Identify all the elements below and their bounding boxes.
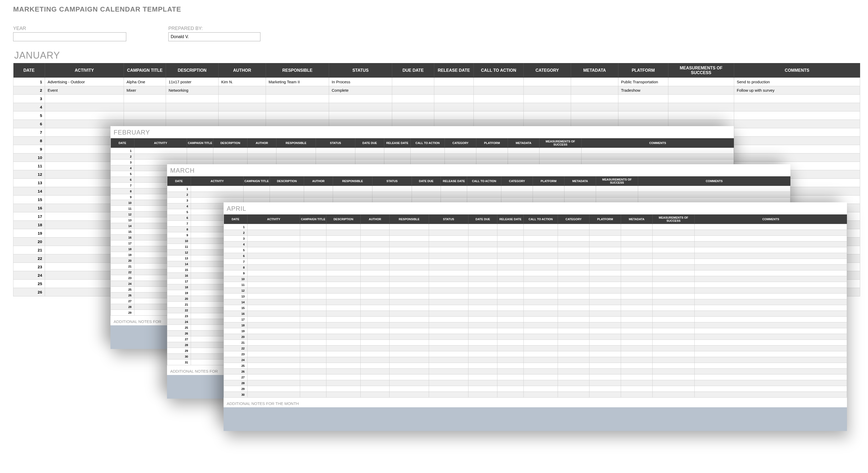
table-cell[interactable]: 22 [224,345,248,351]
table-cell[interactable] [300,323,327,328]
table-cell[interactable]: 21 [167,302,191,307]
table-cell[interactable] [589,363,621,369]
table-cell[interactable] [734,103,860,111]
table-cell[interactable]: 1 [224,224,248,230]
table-cell[interactable] [589,374,621,380]
table-cell[interactable] [327,288,361,294]
table-cell[interactable] [695,270,847,276]
table-cell[interactable] [589,282,621,288]
table-cell[interactable] [390,374,429,380]
table-cell[interactable] [558,288,589,294]
table-cell[interactable] [558,276,589,282]
table-cell[interactable]: 22 [111,269,134,275]
table-cell[interactable] [564,186,596,192]
table-cell[interactable] [429,351,468,357]
table-cell[interactable] [361,305,390,311]
table-cell[interactable] [248,345,300,351]
table-cell[interactable]: 14 [224,299,248,305]
table-cell[interactable]: 30 [224,392,248,398]
table-cell[interactable] [327,236,361,241]
table-cell[interactable] [524,294,558,299]
table-cell[interactable] [434,103,474,111]
year-input[interactable] [13,32,126,41]
table-cell[interactable] [468,247,497,253]
table-cell[interactable] [248,259,300,265]
table-cell[interactable]: 16 [167,273,191,278]
table-cell[interactable] [589,357,621,363]
table-cell[interactable] [524,282,558,288]
table-cell[interactable] [653,282,695,288]
table-cell[interactable]: 19 [111,252,134,258]
table-cell[interactable] [468,299,497,305]
table-cell[interactable] [524,253,558,259]
table-cell[interactable] [621,294,653,299]
table-cell[interactable] [166,103,219,111]
table-cell[interactable] [695,328,847,334]
table-cell[interactable] [653,363,695,369]
table-cell[interactable] [589,288,621,294]
table-cell[interactable] [558,380,589,386]
table-cell[interactable] [361,230,390,236]
table-cell[interactable] [329,95,392,103]
table-cell[interactable] [474,86,524,95]
table-cell[interactable]: 23 [167,313,191,319]
table-cell[interactable] [468,305,497,311]
table-cell[interactable] [327,265,361,270]
table-cell[interactable] [497,380,524,386]
table-cell[interactable] [355,154,384,160]
table-cell[interactable] [361,363,390,369]
table-cell[interactable] [695,241,847,247]
table-cell[interactable] [219,86,266,95]
table-cell[interactable] [124,103,166,111]
table-cell[interactable] [248,270,300,276]
table-cell[interactable] [468,294,497,299]
table-cell[interactable] [582,148,734,154]
table-cell[interactable] [621,323,653,328]
table-cell[interactable] [558,247,589,253]
table-cell[interactable]: Event [45,86,124,95]
table-cell[interactable] [621,224,653,230]
table-cell[interactable] [390,345,429,351]
table-cell[interactable] [524,103,571,111]
table-cell[interactable] [327,253,361,259]
table-cell[interactable] [468,340,497,345]
table-cell[interactable] [734,154,860,162]
table-cell[interactable]: Follow up with survey [734,86,860,95]
table-cell[interactable] [669,86,734,95]
table-cell[interactable] [653,374,695,380]
table-cell[interactable] [300,380,327,386]
table-cell[interactable] [329,111,392,120]
table-cell[interactable] [524,374,558,380]
table-cell[interactable] [695,276,847,282]
table-cell[interactable] [638,192,790,198]
table-cell[interactable] [653,294,695,299]
table-cell[interactable]: 17 [13,212,45,221]
table-cell[interactable] [571,103,618,111]
table-cell[interactable] [524,357,558,363]
table-cell[interactable] [434,111,474,120]
table-cell[interactable]: 9 [13,145,45,154]
table-cell[interactable] [390,288,429,294]
table-cell[interactable]: 8 [224,265,248,270]
table-cell[interactable]: 1 [167,186,191,192]
table-cell[interactable] [300,345,327,351]
table-cell[interactable]: 24 [13,271,45,280]
table-cell[interactable] [653,345,695,351]
table-cell[interactable] [653,351,695,357]
table-cell[interactable] [497,288,524,294]
table-cell[interactable] [653,288,695,294]
table-cell[interactable] [361,236,390,241]
table-cell[interactable]: 19 [167,290,191,296]
table-cell[interactable] [361,311,390,317]
table-cell[interactable] [441,192,467,198]
table-cell[interactable] [445,148,476,154]
table-cell[interactable] [390,369,429,374]
table-cell[interactable] [589,328,621,334]
table-cell[interactable]: 26 [224,369,248,374]
table-cell[interactable] [327,345,361,351]
table-cell[interactable] [468,323,497,328]
table-cell[interactable]: 9 [111,194,134,200]
table-cell[interactable] [248,148,276,154]
table-cell[interactable] [361,299,390,305]
table-cell[interactable]: 29 [111,310,134,315]
